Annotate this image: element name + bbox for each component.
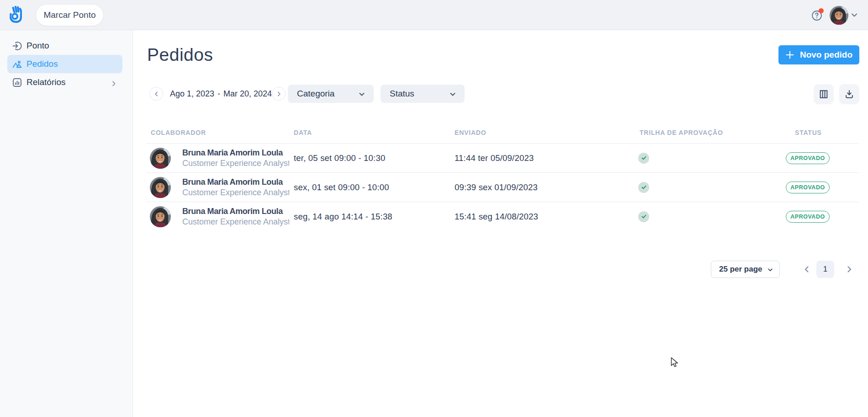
login-circle-icon: [11, 40, 22, 51]
sidebar: Ponto Pedidos Relatórios: [0, 30, 133, 417]
status-badge: APROVADO: [786, 211, 830, 223]
chevron-left-icon: [153, 91, 159, 97]
row-avatar: [150, 206, 171, 227]
collaborator-role: Customer Experience Analyst: [182, 187, 289, 198]
col-header-data[interactable]: DATA: [289, 129, 450, 136]
collaborator-name: Bruna Maria Amorim Loula: [182, 176, 289, 187]
sidebar-item-label: Ponto: [26, 41, 49, 51]
columns-settings-button[interactable]: [814, 84, 834, 104]
columns-icon: [819, 89, 829, 99]
status-badge: APROVADO: [786, 152, 830, 164]
date-range[interactable]: Ago 1, 2023 - Mar 20, 2024: [169, 85, 272, 103]
chevron-down-icon: [767, 266, 773, 273]
user-menu-chevron-down-icon[interactable]: [851, 11, 858, 19]
marcar-ponto-button[interactable]: Marcar Ponto: [36, 4, 104, 26]
chevron-right-icon: [276, 91, 282, 97]
status-select[interactable]: Status: [381, 85, 465, 103]
approval-check-icon[interactable]: [638, 153, 649, 164]
sidebar-item-pedidos[interactable]: Pedidos: [7, 55, 122, 73]
date-prev-button[interactable]: [149, 87, 163, 101]
request-sent: 11:44 ter 05/09/2023: [450, 153, 635, 163]
per-page-select[interactable]: 25 per page: [711, 261, 780, 278]
collaborator-name: Bruna Maria Amorim Loula: [182, 206, 289, 217]
chevron-down-icon: [449, 90, 456, 97]
sidebar-item-ponto[interactable]: Ponto: [7, 37, 122, 55]
col-header-status[interactable]: STATUS: [786, 129, 868, 136]
sidebar-item-relatorios[interactable]: Relatórios: [7, 73, 122, 91]
col-header-trilha[interactable]: TRILHA DE APROVAÇÃO: [635, 129, 786, 136]
col-header-colaborador[interactable]: COLABORADOR: [146, 129, 289, 136]
next-page-button[interactable]: [845, 265, 853, 273]
categoria-select[interactable]: Categoria: [288, 85, 374, 103]
per-page-label: 25 per page: [719, 265, 762, 274]
pagination: 25 per page 1: [133, 261, 859, 278]
page-number-button[interactable]: 1: [816, 261, 834, 278]
sidebar-item-label: Pedidos: [26, 59, 58, 69]
download-icon: [844, 89, 854, 99]
col-header-enviado[interactable]: ENVIADO: [450, 129, 635, 136]
chevron-down-icon: [358, 90, 365, 97]
help-icon[interactable]: [811, 10, 822, 21]
request-date: ter, 05 set 09:00 - 10:30: [289, 153, 450, 163]
request-sent: 15:41 seg 14/08/2023: [450, 212, 635, 222]
date-range-separator: -: [217, 89, 220, 99]
date-range-start: Ago 1, 2023: [170, 89, 214, 99]
app-logo-hand-icon[interactable]: [10, 6, 22, 23]
collaborator-name: Bruna Maria Amorim Loula: [182, 147, 289, 158]
page-title: Pedidos: [147, 45, 859, 65]
bar-chart-icon: [11, 77, 22, 88]
row-avatar: [150, 148, 171, 169]
date-next-button[interactable]: [272, 87, 286, 101]
table-row[interactable]: Bruna Maria Amorim Loula Customer Experi…: [146, 172, 859, 202]
request-sent: 09:39 sex 01/09/2023: [450, 182, 635, 192]
categoria-select-label: Categoria: [297, 89, 334, 99]
user-avatar[interactable]: [830, 6, 848, 25]
request-date: sex, 01 set 09:00 - 10:00: [289, 182, 450, 192]
status-select-label: Status: [390, 89, 414, 99]
novo-pedido-button[interactable]: Novo pedido: [778, 45, 859, 64]
submenu-chevron-right-icon: [111, 79, 117, 86]
requests-table: COLABORADOR DATA ENVIADO TRILHA DE APROV…: [146, 122, 859, 231]
main-content: Pedidos Novo pedido Ago 1, 2023 - Mar 20…: [133, 31, 868, 417]
download-button[interactable]: [839, 84, 859, 104]
row-avatar: [150, 177, 171, 198]
notification-dot: [819, 8, 824, 13]
table-header-row: COLABORADOR DATA ENVIADO TRILHA DE APROV…: [146, 122, 859, 143]
sidebar-item-label: Relatórios: [26, 77, 66, 87]
collaborator-role: Customer Experience Analyst: [182, 217, 289, 227]
collaborator-role: Customer Experience Analyst: [182, 158, 289, 169]
date-range-end: Mar 20, 2024: [223, 89, 272, 99]
requests-icon: [11, 59, 22, 70]
approval-check-icon[interactable]: [638, 182, 649, 193]
plus-icon: [785, 50, 794, 59]
previous-page-button[interactable]: [803, 265, 811, 273]
table-row[interactable]: Bruna Maria Amorim Loula Customer Experi…: [146, 143, 859, 172]
request-date: seg, 14 ago 14:14 - 15:38: [289, 212, 450, 222]
table-row[interactable]: Bruna Maria Amorim Loula Customer Experi…: [146, 202, 859, 231]
topbar: Marcar Ponto: [0, 0, 868, 30]
status-badge: APROVADO: [786, 182, 830, 193]
approval-check-icon[interactable]: [638, 211, 649, 222]
